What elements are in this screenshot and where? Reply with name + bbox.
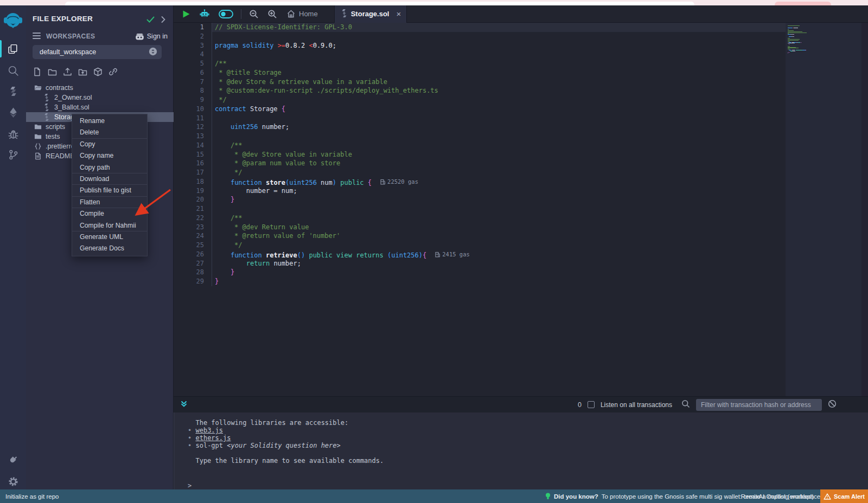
- line-number: 26: [174, 250, 212, 259]
- plugin-manager-icon[interactable]: [0, 450, 26, 468]
- workspaces-menu-icon[interactable]: [33, 31, 41, 41]
- solidity-icon: [42, 104, 50, 112]
- menu-item-copy-path[interactable]: Copy path: [72, 162, 147, 173]
- code-line-20: 20 }: [174, 195, 786, 204]
- zoom-in-icon[interactable]: [263, 5, 282, 23]
- code-line-16: 16 * @param num value to store: [174, 159, 786, 168]
- line-number: 14: [174, 141, 212, 150]
- editor-region: Home Storage.sol × 1// SPDX-License-Iden…: [174, 5, 868, 489]
- line-number: 2: [174, 32, 212, 41]
- terminal-library-item: • ethers.js: [188, 434, 868, 442]
- upload-folder-icon[interactable]: [78, 67, 87, 79]
- braces-icon: [34, 143, 42, 151]
- menu-item-copy-name[interactable]: Copy name: [72, 150, 147, 162]
- tree-item-2-owner-sol[interactable]: 2_Owner.sol: [26, 93, 174, 102]
- line-number: 11: [174, 114, 212, 123]
- terminal-search-icon[interactable]: [681, 399, 690, 410]
- code-line-27: 27 return number;: [174, 259, 786, 268]
- menu-item-copy[interactable]: Copy: [72, 139, 147, 150]
- folder-icon: [34, 123, 42, 131]
- code-line-1: 1// SPDX-License-Identifier: GPL-3.0: [174, 23, 786, 32]
- terminal-collapse-icon[interactable]: [180, 400, 188, 410]
- settings-icon[interactable]: [0, 472, 26, 491]
- line-number: 15: [174, 150, 212, 159]
- new-folder-icon[interactable]: [48, 67, 57, 79]
- new-file-icon[interactable]: [33, 67, 42, 79]
- tree-item-label: contracts: [46, 84, 73, 92]
- line-number: 6: [174, 68, 212, 78]
- terminal-library-item: • sol-gpt <your Solidity question here>: [188, 442, 868, 449]
- code-line-15: 15 * @dev Store value in variable: [174, 150, 786, 159]
- line-number: 22: [174, 214, 212, 223]
- tree-item-label: 2_Owner.sol: [54, 94, 92, 101]
- menu-item-generate-uml[interactable]: Generate UML: [72, 231, 147, 243]
- clear-console-icon[interactable]: [828, 399, 837, 410]
- link-icon[interactable]: [108, 67, 118, 79]
- line-number: 12: [174, 122, 212, 132]
- code-line-17: 17 */: [174, 168, 786, 177]
- panel-chevron-right-icon[interactable]: [161, 15, 165, 25]
- code-line-25: 25 */: [174, 241, 786, 250]
- file-explorer-icon[interactable]: [0, 40, 26, 58]
- copilot-status[interactable]: RemixAI Copilot (enabled): [741, 489, 814, 503]
- warning-icon: [824, 493, 831, 500]
- file-icon: [34, 152, 42, 160]
- tab-home[interactable]: Home: [282, 5, 326, 23]
- editor-toolbar: Home Storage.sol ×: [174, 5, 868, 23]
- line-number: 27: [174, 259, 212, 268]
- line-number: 10: [174, 105, 212, 114]
- terminal-footer: Type the library name to see available c…: [188, 457, 868, 465]
- code-editor[interactable]: 1// SPDX-License-Identifier: GPL-3.023pr…: [174, 23, 868, 396]
- remix-logo-icon[interactable]: [2, 10, 24, 31]
- code-line-12: 12 uint256 number;: [174, 122, 786, 132]
- line-number: 7: [174, 78, 212, 87]
- gas-estimate: 22520 gas: [380, 177, 418, 186]
- run-script-button[interactable]: [178, 5, 195, 23]
- listen-transactions-checkbox[interactable]: [588, 401, 595, 408]
- code-line-10: 10contract Storage {: [174, 105, 786, 114]
- code-line-9: 9 */: [174, 95, 786, 105]
- tab-storage-sol[interactable]: Storage.sol ×: [334, 5, 407, 23]
- transaction-filter-input[interactable]: [696, 399, 822, 411]
- workspace-selected-value: default_workspace: [40, 48, 96, 56]
- search-icon[interactable]: [0, 61, 26, 80]
- terminal-intro: The following libraries are accessible:: [188, 419, 868, 427]
- tree-item-contracts[interactable]: contracts: [26, 83, 174, 93]
- box-icon[interactable]: [93, 67, 103, 79]
- upload-file-icon[interactable]: [63, 67, 72, 79]
- menu-item-delete[interactable]: Delete: [72, 127, 147, 138]
- terminal-library-item: • web3.js: [188, 427, 868, 434]
- terminal-output[interactable]: The following libraries are accessible:•…: [174, 412, 868, 489]
- library-link[interactable]: ethers.js: [195, 434, 231, 442]
- lightbulb-icon: [545, 493, 551, 500]
- git-icon[interactable]: [0, 145, 26, 164]
- tree-item-3-ballot-sol[interactable]: 3_Ballot.sol: [26, 102, 174, 112]
- deploy-run-icon[interactable]: [0, 103, 26, 121]
- code-line-28: 28 }: [174, 268, 786, 277]
- tab-close-icon[interactable]: ×: [396, 9, 401, 18]
- code-line-13: 13: [174, 132, 786, 141]
- terminal-prompt[interactable]: >: [188, 482, 192, 489]
- ai-copilot-robot-icon[interactable]: [195, 5, 214, 23]
- line-number: 25: [174, 241, 212, 250]
- zoom-out-icon[interactable]: [245, 5, 263, 23]
- line-number: 19: [174, 186, 212, 196]
- scam-alert-button[interactable]: Scam Alert: [820, 489, 868, 503]
- git-init-button[interactable]: Initialize as git repo: [5, 493, 59, 500]
- copilot-toggle[interactable]: [214, 5, 238, 23]
- browser-chrome-strip: [0, 0, 868, 5]
- library-link[interactable]: web3.js: [195, 427, 223, 434]
- accept-check-icon[interactable]: [146, 15, 155, 25]
- menu-item-rename[interactable]: Rename: [72, 115, 147, 127]
- listen-transactions-label: Listen on all transactions: [601, 401, 672, 409]
- menu-item-generate-docs[interactable]: Generate Docs: [72, 243, 147, 254]
- terminal-blank: [188, 449, 868, 457]
- minimap[interactable]: [786, 23, 861, 396]
- solidity-compiler-icon[interactable]: [0, 82, 26, 100]
- code-area[interactable]: 1// SPDX-License-Identifier: GPL-3.023pr…: [174, 23, 786, 396]
- workspace-select[interactable]: default_workspace: [33, 45, 162, 59]
- debugger-icon[interactable]: [0, 125, 26, 143]
- editor-scrollbar[interactable]: [861, 23, 868, 396]
- line-number: 5: [174, 59, 212, 68]
- sign-in-button[interactable]: Sign in: [135, 33, 168, 40]
